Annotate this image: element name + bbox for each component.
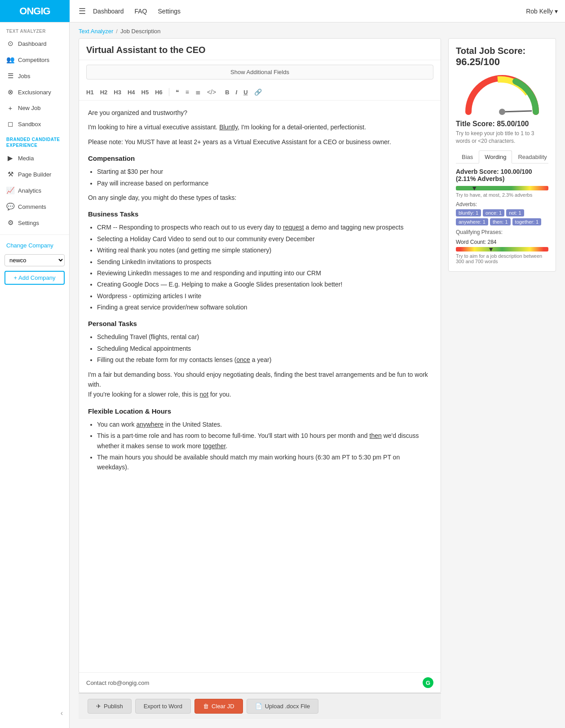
word-count-bar-wrap: ▼ (456, 247, 548, 251)
branded-candidate-label: BRANDED CANDIDATE EXPERIENCE (0, 132, 69, 150)
adverb-tag: not: 1 (506, 209, 524, 216)
anywhere-word: anywhere (136, 421, 163, 428)
hamburger-icon[interactable]: ☰ (75, 6, 89, 16)
h4-button[interactable]: H4 (126, 88, 137, 97)
h6-button[interactable]: H6 (153, 88, 164, 97)
breadcrumb-parent[interactable]: Text Analyzer (79, 28, 113, 35)
list-item: Selecting a Holiday Card Video to send o… (97, 234, 432, 244)
editor-card: Show Additional Fields H1 H2 H3 H4 H5 H6… (79, 38, 441, 693)
qualifying-label: Qualifying Phrases: (456, 229, 548, 235)
ordered-list-button[interactable]: ≣ (194, 88, 203, 97)
sidebar-item-label: Page Builder (18, 171, 51, 178)
show-additional-fields-button[interactable]: Show Additional Fields (86, 65, 433, 79)
h2-button[interactable]: H2 (98, 88, 110, 97)
blockquote-button[interactable]: ❝ (174, 88, 181, 97)
job-title-input[interactable] (86, 45, 433, 55)
svg-point-1 (499, 109, 505, 115)
list-item: Writing real thank you notes (and gettin… (97, 245, 432, 255)
flexible-location-heading: Flexible Location & Hours (88, 406, 432, 417)
sidebar-item-label: New Job (18, 105, 41, 111)
list-item: Reviewing LinkedIn messages to me and re… (97, 268, 432, 278)
collapse-sidebar-button[interactable]: ‹ (0, 706, 69, 721)
adverb-bar (456, 186, 548, 190)
word-count-bar (456, 247, 548, 251)
personal-tasks-list: Scheduling Travel (flights, rental car) … (97, 332, 432, 365)
list-item: Creating Google Docs — E.g. Helping to m… (97, 279, 432, 289)
list-item: CRM -- Responding to prospects who reach… (97, 222, 432, 232)
boss-paragraph: I'm a fair but demanding boss. You shoul… (88, 370, 432, 400)
sidebar-item-label: Exclusionary (18, 89, 51, 96)
nav-link-settings[interactable]: Settings (158, 6, 181, 17)
sandbox-icon: ◻ (6, 120, 14, 128)
sidebar-item-comments[interactable]: 💬 Comments (0, 199, 69, 215)
list-item: Finding a great service provider/new sof… (97, 302, 432, 312)
sidebar-divider (0, 234, 69, 235)
business-tasks-heading: Business Tasks (88, 209, 432, 220)
request-word: request (283, 224, 304, 231)
sidebar-item-new-job[interactable]: + New Job (0, 100, 69, 116)
breadcrumb-separator: / (116, 28, 118, 35)
nav-user[interactable]: Rob Kelly (526, 8, 558, 15)
nav-link-faq[interactable]: FAQ (135, 6, 147, 17)
grammarly-icon[interactable]: G (423, 677, 433, 688)
list-item: Wordpress - optimizing articles I write (97, 291, 432, 301)
list-item: Scheduling Travel (flights, rental car) (97, 332, 432, 342)
breadcrumb-current: Job Description (120, 28, 161, 35)
logo-text: ONGIG (19, 5, 50, 17)
publish-button[interactable]: ✈ Publish (88, 699, 132, 714)
nav-link-dashboard[interactable]: Dashboard (93, 6, 124, 17)
editor-body[interactable]: Are you organized and trustworthy? I'm l… (79, 101, 441, 672)
sidebar-item-label: Analytics (18, 187, 41, 194)
sidebar-item-competitors[interactable]: 👥 Competitors (0, 52, 69, 68)
score-tabs: Bias Wording Readability (456, 150, 548, 163)
sidebar-item-media[interactable]: ▶ Media (0, 150, 69, 166)
title-score-label: Title Score: 85.00/100 (456, 120, 548, 128)
nav-links: Dashboard FAQ Settings (93, 6, 181, 17)
sidebar-item-settings[interactable]: ⚙ Settings (0, 215, 69, 231)
h3-button[interactable]: H3 (112, 88, 123, 97)
company-select[interactable]: newco (4, 254, 65, 266)
tab-bias[interactable]: Bias (456, 150, 479, 163)
h5-button[interactable]: H5 (140, 88, 151, 97)
bold-button[interactable]: B (223, 88, 231, 97)
word-count-marker: ▼ (488, 246, 494, 253)
adverb-tag: once: 1 (483, 209, 504, 216)
sidebar-item-jobs[interactable]: ☰ Jobs (0, 68, 69, 84)
link-button[interactable]: 🔗 (252, 88, 264, 97)
breadcrumb: Text Analyzer / Job Description (70, 22, 565, 38)
underline-button[interactable]: U (242, 88, 249, 97)
sidebar-item-exclusionary[interactable]: ⊗ Exclusionary (0, 84, 69, 100)
list-item: Starting at $30 per hour (97, 167, 432, 176)
toolbar-separator-1 (169, 88, 169, 96)
tab-wording[interactable]: Wording (479, 150, 512, 163)
code-button[interactable]: </> (205, 88, 218, 97)
two-column-layout: Show Additional Fields H1 H2 H3 H4 H5 H6… (70, 38, 565, 728)
unordered-list-button[interactable]: ≡ (184, 88, 191, 97)
intro-paragraph-3: Please note: You MUST have at least 2+ y… (88, 137, 432, 147)
list-item: This is a part-time role and has room to… (97, 431, 432, 451)
sidebar-section-label: TEXT ANALYZER (0, 22, 69, 35)
h1-button[interactable]: H1 (84, 88, 96, 97)
export-to-word-button[interactable]: Export to Word (135, 699, 191, 714)
job-title-bar (79, 39, 441, 60)
tab-readability[interactable]: Readability (512, 150, 552, 163)
exclusionary-icon: ⊗ (6, 88, 14, 96)
upload-docx-button[interactable]: 📄 Upload .docx File (247, 699, 318, 714)
upload-icon: 📄 (255, 703, 262, 710)
change-company-link[interactable]: Change Company (0, 238, 69, 252)
title-score-hint: Try to keep your job title to 1 to 3 wor… (456, 130, 548, 145)
italic-button[interactable]: I (234, 88, 239, 97)
transition-paragraph: On any single day, you might do these ty… (88, 193, 432, 203)
action-bar: ✈ Publish Export to Word 🗑 Clear JD 📄 Up… (79, 693, 441, 719)
sidebar-item-sandbox[interactable]: ◻ Sandbox (0, 116, 69, 132)
sidebar-item-label: Settings (18, 220, 39, 226)
sidebar-item-page-builder[interactable]: ⚒ Page Builder (0, 166, 69, 182)
page-builder-icon: ⚒ (6, 170, 14, 178)
sidebar-item-analytics[interactable]: 📈 Analytics (0, 182, 69, 199)
clear-jd-button[interactable]: 🗑 Clear JD (194, 699, 243, 714)
company-select-wrap: newco (0, 252, 69, 268)
clear-icon: 🗑 (203, 703, 209, 710)
nav-right: Rob Kelly (526, 8, 565, 15)
add-company-button[interactable]: + Add Company (4, 271, 65, 285)
sidebar-item-dashboard[interactable]: ⊙ Dashboard (0, 35, 69, 52)
